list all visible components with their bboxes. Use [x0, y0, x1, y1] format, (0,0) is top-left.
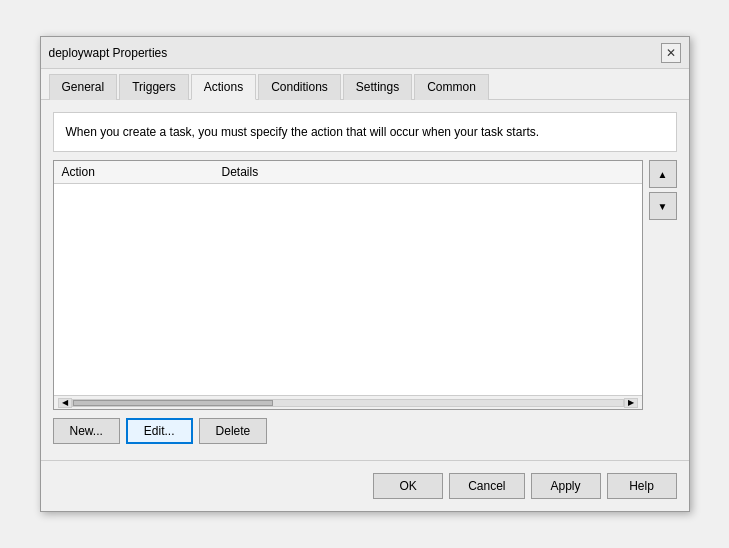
- tab-general[interactable]: General: [49, 74, 118, 100]
- window-title: deploywapt Properties: [49, 46, 168, 60]
- tab-bar: General Triggers Actions Conditions Sett…: [41, 69, 689, 100]
- cancel-button[interactable]: Cancel: [449, 473, 524, 499]
- action-buttons: New... Edit... Delete: [53, 418, 677, 444]
- main-window: deploywapt Properties ✕ General Triggers…: [40, 36, 690, 512]
- scroll-left-arrow[interactable]: ◀: [58, 398, 72, 408]
- new-button[interactable]: New...: [53, 418, 120, 444]
- delete-button[interactable]: Delete: [199, 418, 268, 444]
- table-body[interactable]: [54, 184, 642, 395]
- scroll-right-arrow[interactable]: ▶: [624, 398, 638, 408]
- actions-table: Action Details ◀ ▶: [53, 160, 643, 410]
- edit-button[interactable]: Edit...: [126, 418, 193, 444]
- horizontal-scrollbar[interactable]: ◀ ▶: [54, 395, 642, 409]
- col-details-header: Details: [222, 165, 634, 179]
- side-buttons: ▲ ▼: [649, 160, 677, 220]
- scroll-track[interactable]: [72, 399, 624, 407]
- ok-button[interactable]: OK: [373, 473, 443, 499]
- move-up-button[interactable]: ▲: [649, 160, 677, 188]
- col-action-header: Action: [62, 165, 222, 179]
- tab-common[interactable]: Common: [414, 74, 489, 100]
- tab-settings[interactable]: Settings: [343, 74, 412, 100]
- scroll-thumb[interactable]: [73, 400, 273, 406]
- info-text: When you create a task, you must specify…: [66, 125, 540, 139]
- tab-conditions[interactable]: Conditions: [258, 74, 341, 100]
- help-button[interactable]: Help: [607, 473, 677, 499]
- tab-actions[interactable]: Actions: [191, 74, 256, 100]
- move-down-button[interactable]: ▼: [649, 192, 677, 220]
- apply-button[interactable]: Apply: [531, 473, 601, 499]
- footer: OK Cancel Apply Help: [41, 460, 689, 511]
- info-box: When you create a task, you must specify…: [53, 112, 677, 152]
- title-bar: deploywapt Properties ✕: [41, 37, 689, 69]
- table-area: Action Details ◀ ▶ ▲ ▼: [53, 160, 677, 410]
- table-header: Action Details: [54, 161, 642, 184]
- close-button[interactable]: ✕: [661, 43, 681, 63]
- tab-triggers[interactable]: Triggers: [119, 74, 189, 100]
- tab-content: When you create a task, you must specify…: [41, 100, 689, 456]
